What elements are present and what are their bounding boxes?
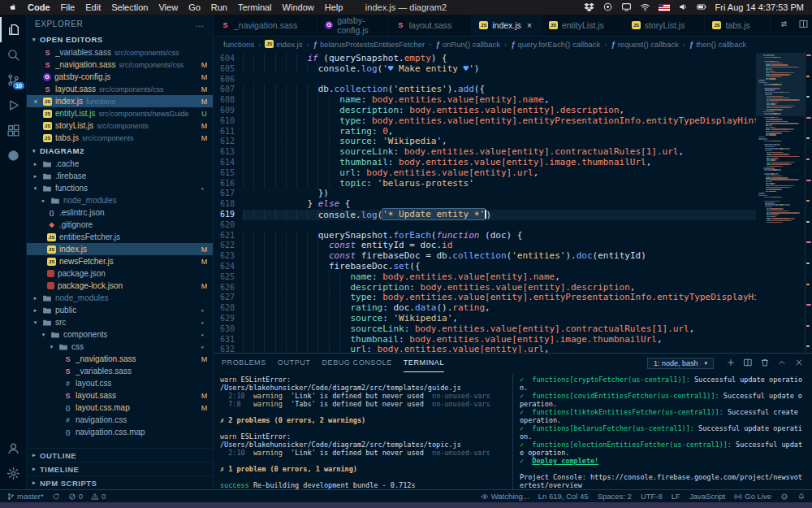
tree-item-layout.css.map[interactable]: {}layout.css.mapM: [27, 402, 213, 414]
tree-item-entitiesFetcher.js[interactable]: JSentitiesFetcher.js: [27, 231, 213, 243]
open-editor-_navigation.sass[interactable]: S_navigation.sasssrc/components/cssM: [27, 59, 213, 71]
code-content[interactable]: if (querySnapshot.empty) { console.log('…: [243, 51, 756, 353]
code-line-632[interactable]: url: body.entities.value[entity].url,: [243, 345, 756, 353]
breadcrumb-item[interactable]: ƒquery.forEach() callback: [511, 40, 600, 49]
tree-item-_variables.sass[interactable]: S_variables.sass: [27, 365, 213, 377]
tree-item-package-lock.json[interactable]: package-lock.jsonM: [27, 280, 213, 292]
status-watching-[interactable]: Watching...: [481, 492, 529, 501]
tree-item-node_modules[interactable]: ▸node_modules: [27, 292, 213, 304]
menubar-item-selection[interactable]: Selection: [111, 2, 148, 12]
status-bell[interactable]: [797, 493, 806, 501]
activity-explorer[interactable]: [0, 17, 26, 42]
menubar-record-wrap[interactable]: [603, 2, 613, 14]
open-editor-layout.sass[interactable]: Slayout.sasssrc/components/cssM: [27, 83, 213, 95]
tree-item-public[interactable]: ▸public●: [27, 304, 213, 316]
menubar-volume-wrap[interactable]: [678, 2, 689, 14]
status-utf-8[interactable]: UTF-8: [641, 492, 663, 501]
kill-terminal-icon[interactable]: [760, 356, 770, 371]
tree-item-.cache[interactable]: ▸.cache: [27, 158, 213, 170]
terminal-pane-node[interactable]: warn ESLintError: /Users/blakehunsicker/…: [214, 374, 512, 489]
tree-item-.eslintrc.json[interactable]: {}.eslintrc.json: [27, 206, 213, 219]
tab-layout.sass[interactable]: Slayout.sass: [389, 15, 473, 36]
status-0[interactable]: 0: [68, 492, 83, 501]
terminal-pane-bash[interactable]: ✓ functions[cryptoFetcher(us-central1)]:…: [513, 374, 812, 489]
tab-index.js[interactable]: JSindex.js×: [472, 15, 542, 36]
tree-item-css[interactable]: ▾css●: [27, 341, 213, 353]
tab-storyList.js[interactable]: JSstoryList.js: [624, 15, 706, 36]
tree-item-navigation.css[interactable]: #navigation.css: [27, 414, 213, 426]
status-0[interactable]: 0: [91, 492, 106, 501]
status-ln-619-col-45[interactable]: Ln 619, Col 45: [538, 492, 589, 501]
menubar-item-code[interactable]: Code: [28, 2, 50, 12]
breadcrumb-item[interactable]: functions: [223, 40, 254, 49]
activity-source-control[interactable]: 10: [0, 67, 26, 93]
menubar-item-window[interactable]: Window: [283, 2, 314, 12]
activity-search[interactable]: [0, 42, 26, 67]
section-npm-scripts[interactable]: ▸NPM SCRIPTS: [27, 475, 213, 489]
code-line-605[interactable]: console.log('♥ Make entity ♥'): [243, 64, 756, 75]
section-outline[interactable]: ▸OUTLINE: [27, 448, 213, 462]
status-javascript[interactable]: JavaScript: [689, 492, 725, 501]
status-spaces-2[interactable]: Spaces: 2: [598, 492, 632, 501]
open-editor-tabs.js[interactable]: JStabs.jssrc/componentsM: [27, 132, 213, 144]
terminal-selector[interactable]: 1: node, bash ▾: [647, 358, 714, 369]
breadcrumb-item[interactable]: ƒrequest() callback: [611, 40, 678, 49]
status-sync[interactable]: [52, 493, 60, 501]
menubar-item-go[interactable]: Go: [188, 2, 201, 12]
tree-item-layout.css[interactable]: #layout.css: [27, 377, 213, 389]
tab-gatsby-config.js[interactable]: Ggatsby-config.js: [317, 15, 389, 36]
activity-settings[interactable]: [0, 461, 26, 486]
menubar-battery-wrap[interactable]: [697, 2, 707, 14]
menubar-item-file[interactable]: File: [61, 2, 76, 12]
tree-item-layout.sass[interactable]: Slayout.sassM: [27, 389, 213, 402]
open-editor-index.js[interactable]: ×JSindex.jsfunctionsM: [27, 95, 213, 107]
menubar-item-edit[interactable]: Edit: [85, 2, 101, 12]
code-line-610[interactable]: type: body.entities.value[entity].entity…: [243, 116, 756, 127]
tab-tabs.js[interactable]: JStabs.js: [705, 15, 770, 36]
status-smiley[interactable]: [780, 493, 788, 501]
menubar-item-terminal[interactable]: Terminal: [238, 2, 272, 12]
status-master-[interactable]: master*: [6, 492, 44, 501]
tree-item-package.json[interactable]: package.json: [27, 267, 213, 280]
panel-tab-terminal[interactable]: TERMINAL: [404, 354, 444, 372]
close-icon[interactable]: ×: [32, 98, 40, 106]
tree-item-functions[interactable]: ▾functions●: [27, 182, 213, 194]
open-editor-_variables.sass[interactable]: S_variables.sasssrc/components/css: [27, 46, 213, 59]
code-editor[interactable]: 6046056066076086096106116126136146156166…: [214, 51, 812, 353]
project-section-header[interactable]: ▾DIAGRAM2: [27, 144, 213, 158]
panel-tab-output[interactable]: OUTPUT: [278, 354, 311, 372]
close-icon[interactable]: ×: [525, 21, 533, 30]
breadcrumb-item[interactable]: JSindex.js: [265, 40, 302, 49]
breadcrumb-item[interactable]: ƒonRun() callback: [435, 40, 500, 49]
close-panel-icon[interactable]: [794, 356, 804, 371]
menubar-item-view[interactable]: View: [158, 2, 178, 12]
tree-item-navigation.css.map[interactable]: {}navigation.css.map: [27, 426, 213, 438]
activity-extensions[interactable]: [0, 118, 26, 143]
status-lf[interactable]: LF: [672, 492, 680, 501]
tree-item-index.js[interactable]: JSindex.jsM: [27, 243, 213, 255]
code-line-619[interactable]: console.log('☀ Update entity ☀'): [243, 210, 756, 220]
status-go-live[interactable]: Go Live: [734, 492, 771, 501]
section-timeline[interactable]: ▸TIMELINE: [27, 462, 213, 475]
open-editors-header[interactable]: ▾OPEN EDITORS: [27, 33, 213, 46]
tab-entityList.js[interactable]: JSentityList.js: [542, 15, 624, 36]
apple-menu[interactable]: [8, 2, 17, 13]
maximize-panel-icon[interactable]: [777, 356, 787, 371]
us-flag-icon[interactable]: [659, 4, 670, 11]
menubar-dropbox-wrap[interactable]: [584, 2, 594, 14]
panel-tab-debug-console[interactable]: DEBUG CONSOLE: [322, 354, 391, 372]
open-editor-storyList.js[interactable]: JSstoryList.jssrc/componentsM: [27, 119, 213, 132]
tree-item-newsFetcher.js[interactable]: JSnewsFetcher.jsM: [27, 255, 213, 267]
open-changes-icon[interactable]: [779, 18, 789, 33]
menubar-item-run[interactable]: Run: [211, 2, 227, 12]
tree-item-components[interactable]: ▾components●: [27, 328, 213, 341]
new-terminal-icon[interactable]: [726, 356, 736, 371]
tab-_navigation.sass[interactable]: S_navigation.sass: [214, 15, 317, 36]
menubar-item-help[interactable]: Help: [325, 2, 343, 12]
activity-avatar[interactable]: [0, 143, 26, 168]
split-terminal-icon[interactable]: [743, 356, 753, 371]
activity-run-debug[interactable]: [0, 93, 26, 118]
tree-item-.firebase[interactable]: ▸.firebase: [27, 170, 213, 182]
tree-item-node_modules[interactable]: ▸node_modules: [27, 194, 213, 206]
open-editor-entityList.js[interactable]: JSentityList.jssrc/components/newsGuideU: [27, 107, 213, 119]
